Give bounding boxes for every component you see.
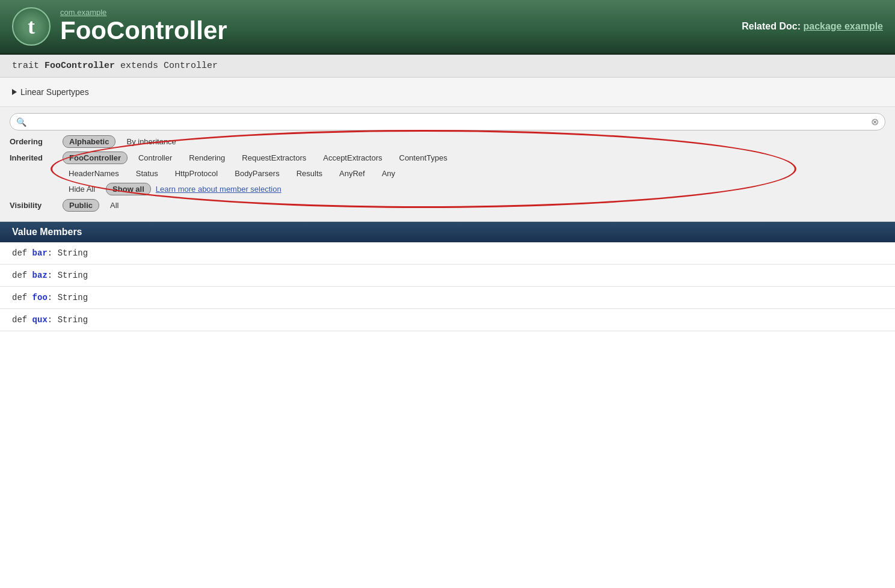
- search-input[interactable]: [30, 117, 871, 127]
- inherited-row-3: Hide All Show all Learn more about membe…: [10, 183, 885, 195]
- filter-area: 🔍 ⊗ Ordering Alphabetic By inheritance I…: [0, 107, 895, 222]
- visibility-row: Visibility Public All: [10, 199, 885, 212]
- inherited-item-foocontroller[interactable]: FooController: [63, 152, 128, 164]
- ordering-label: Ordering: [10, 137, 58, 146]
- member-row-bar[interactable]: def bar : String: [0, 242, 895, 265]
- search-icon: 🔍: [16, 117, 26, 127]
- member-name-baz[interactable]: baz: [32, 271, 48, 280]
- member-name-qux[interactable]: qux: [32, 315, 48, 325]
- inherited-item-rendering[interactable]: Rendering: [183, 152, 231, 164]
- inherited-row-1: Inherited FooController Controller Rende…: [10, 152, 885, 164]
- header-title-block: com.example FooController: [60, 8, 227, 44]
- inherited-item-headernames[interactable]: HeaderNames: [63, 168, 125, 179]
- related-doc-label: Related Doc:: [742, 21, 801, 31]
- logo: t: [12, 7, 51, 46]
- signature-text: trait FooController extends Controller: [12, 61, 218, 71]
- inherited-row-2: HeaderNames Status HttpProtocol BodyPars…: [10, 168, 885, 179]
- ordering-alphabetic[interactable]: Alphabetic: [63, 135, 115, 148]
- member-keyword-qux: def: [12, 315, 32, 325]
- learn-more-link[interactable]: Learn more about member selection: [156, 185, 281, 194]
- inherited-item-status[interactable]: Status: [130, 168, 164, 179]
- member-type-foo: : String: [48, 293, 88, 302]
- related-doc: Related Doc: package example: [742, 21, 883, 32]
- search-row: 🔍 ⊗: [10, 113, 885, 130]
- ordering-by-inheritance[interactable]: By inheritance: [120, 136, 182, 147]
- header-left: t com.example FooController: [12, 7, 227, 46]
- visibility-public[interactable]: Public: [63, 199, 99, 212]
- expand-icon: [12, 89, 17, 95]
- member-keyword-baz: def: [12, 271, 32, 280]
- logo-letter: t: [28, 14, 35, 39]
- inherited-item-acceptextractors[interactable]: AcceptExtractors: [317, 152, 388, 164]
- inherited-item-results[interactable]: Results: [291, 168, 328, 179]
- signature-bar: trait FooController extends Controller: [0, 55, 895, 78]
- visibility-all[interactable]: All: [104, 200, 125, 211]
- ordering-row: Ordering Alphabetic By inheritance: [10, 135, 885, 148]
- page-title: FooController: [60, 17, 227, 44]
- related-doc-link[interactable]: package example: [803, 21, 883, 31]
- inherited-row-wrapper: Inherited FooController Controller Rende…: [10, 152, 885, 195]
- value-members-header: Value Members: [0, 222, 895, 242]
- member-keyword-bar: def: [12, 248, 32, 258]
- member-name-foo[interactable]: foo: [32, 293, 48, 302]
- member-row-foo[interactable]: def foo : String: [0, 287, 895, 309]
- inherited-item-anyref[interactable]: AnyRef: [333, 168, 371, 179]
- inherited-item-bodyparsers[interactable]: BodyParsers: [229, 168, 285, 179]
- hide-all-button[interactable]: Hide All: [63, 183, 101, 195]
- page-header: t com.example FooController Related Doc:…: [0, 0, 895, 55]
- inherited-item-contenttypes[interactable]: ContentTypes: [393, 152, 454, 164]
- member-row-qux[interactable]: def qux : String: [0, 309, 895, 331]
- clear-search-button[interactable]: ⊗: [871, 116, 879, 127]
- inherited-item-httpprotocol[interactable]: HttpProtocol: [169, 168, 224, 179]
- inherited-label: Inherited: [10, 153, 58, 162]
- linear-supertypes-label: Linear Supertypes: [20, 87, 89, 97]
- member-type-bar: : String: [48, 248, 88, 258]
- inherited-item-any[interactable]: Any: [376, 168, 401, 179]
- member-type-baz: : String: [48, 271, 88, 280]
- linear-supertypes-toggle[interactable]: Linear Supertypes: [12, 87, 883, 97]
- package-link[interactable]: com.example: [60, 8, 227, 17]
- member-type-qux: : String: [48, 315, 88, 325]
- visibility-label: Visibility: [10, 201, 58, 210]
- member-name-bar[interactable]: bar: [32, 248, 48, 258]
- show-all-button[interactable]: Show all: [106, 183, 151, 195]
- linear-supertypes-section: Linear Supertypes: [0, 78, 895, 107]
- inherited-item-controller[interactable]: Controller: [132, 152, 178, 164]
- member-keyword-foo: def: [12, 293, 32, 302]
- member-row-baz[interactable]: def baz : String: [0, 265, 895, 287]
- inherited-item-requestextractors[interactable]: RequestExtractors: [236, 152, 312, 164]
